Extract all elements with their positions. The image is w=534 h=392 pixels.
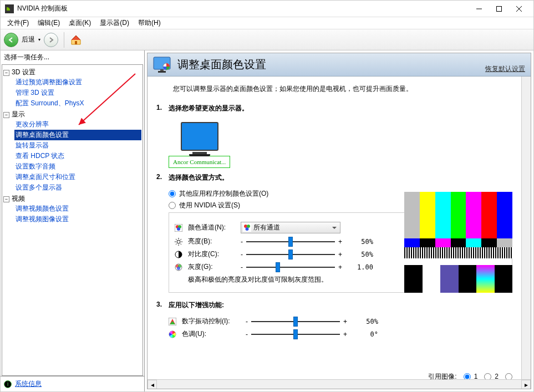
main-inner: 调整桌面颜色设置 恢复默认设置 您可以调整显示器的桌面颜色设置；如果您使用的是电… bbox=[147, 53, 531, 389]
gamma-label: 灰度(G): bbox=[188, 262, 235, 272]
sidebar-item-audio[interactable]: 设置数字音频 bbox=[14, 161, 141, 172]
vibrance-slider[interactable] bbox=[251, 321, 340, 322]
brightness-label: 亮度(B): bbox=[188, 237, 235, 246]
intro-text: 您可以调整显示器的桌面颜色设置；如果您使用的是电视机，也可提升画面质量。 bbox=[173, 84, 512, 94]
ref-radio-1[interactable] bbox=[464, 373, 471, 380]
hue-slider[interactable] bbox=[251, 334, 340, 335]
vibrance-icon bbox=[169, 318, 176, 325]
sec3-title: 应用以下增强功能: bbox=[169, 301, 224, 310]
main-panel: 调整桌面颜色设置 恢复默认设置 您可以调整显示器的桌面颜色设置；如果您使用的是电… bbox=[145, 50, 533, 391]
back-button[interactable] bbox=[4, 33, 18, 47]
svg-point-14 bbox=[177, 227, 180, 231]
sidebar: 选择一项任务... −3D 设置 通过预览调整图像设置 管理 3D 设置 配置 … bbox=[1, 50, 145, 391]
dropdown-icon[interactable]: ▾ bbox=[38, 37, 40, 42]
monitor-selection[interactable]: Ancor Communicat... bbox=[169, 156, 230, 168]
brightness-slider[interactable] bbox=[246, 241, 335, 242]
tree-group-3d[interactable]: 3D 设置 bbox=[12, 68, 35, 76]
page-title: 调整桌面颜色设置 bbox=[177, 57, 266, 72]
section-2-header: 2. 选择颜色设置方式。 bbox=[156, 173, 512, 182]
task-tree[interactable]: −3D 设置 通过预览调整图像设置 管理 3D 设置 配置 Surround、P… bbox=[2, 64, 143, 376]
svg-point-18 bbox=[246, 227, 249, 231]
system-info-link[interactable]: 系统信息 bbox=[15, 379, 42, 389]
color-preview-panel bbox=[404, 192, 512, 293]
channel-dropdown[interactable]: 所有通道 bbox=[241, 222, 340, 233]
horizontal-scrollbar[interactable]: ◂ ▸ bbox=[148, 379, 531, 389]
menubar: 文件(F) 编辑(E) 桌面(K) 显示器(D) 帮助(H) bbox=[1, 17, 533, 29]
section-3-header: 3. 应用以下增强功能: bbox=[156, 301, 512, 310]
close-button[interactable] bbox=[509, 1, 529, 17]
gamma-value: 1.00 bbox=[345, 263, 373, 271]
hue-icon bbox=[169, 330, 176, 338]
system-info-bar: i 系统信息 bbox=[1, 376, 144, 391]
content: 选择一项任务... −3D 设置 通过预览调整图像设置 管理 3D 设置 配置 … bbox=[1, 50, 533, 391]
sidebar-item-video-image[interactable]: 调整视频图像设置 bbox=[14, 214, 141, 225]
svg-rect-2 bbox=[497, 6, 502, 11]
section-1-header: 1. 选择您希望更改的显示器。 bbox=[156, 104, 512, 113]
svg-line-27 bbox=[181, 239, 182, 240]
contrast-value: 50% bbox=[345, 251, 373, 258]
tree-toggle-icon[interactable]: − bbox=[3, 70, 9, 76]
vibrance-label: 数字振动控制(I): bbox=[182, 317, 240, 326]
gamma-slider[interactable] bbox=[246, 267, 335, 268]
ref-label: 引用图像: bbox=[428, 372, 456, 380]
svg-rect-9 bbox=[158, 71, 166, 73]
page-header: 调整桌面颜色设置 恢复默认设置 bbox=[148, 53, 531, 77]
forward-button[interactable] bbox=[44, 33, 58, 47]
page-body: 您可以调整显示器的桌面颜色设置；如果您使用的是电视机，也可提升画面质量。 1. … bbox=[148, 77, 521, 379]
gamma-icon bbox=[175, 263, 182, 271]
sidebar-item-rotate[interactable]: 旋转显示器 bbox=[14, 140, 141, 151]
channel-dd-icon bbox=[243, 223, 251, 232]
nvidia-icon bbox=[5, 4, 14, 13]
tree-group-display[interactable]: 显示 bbox=[12, 110, 25, 118]
menu-edit[interactable]: 编辑(E) bbox=[33, 17, 64, 29]
monitor-icon bbox=[181, 122, 218, 151]
svg-point-32 bbox=[177, 267, 180, 270]
svg-rect-8 bbox=[160, 69, 164, 71]
sidebar-item-resolution[interactable]: 更改分辨率 bbox=[14, 119, 141, 130]
channel-icon bbox=[175, 224, 182, 232]
monitor-caption: Ancor Communicat... bbox=[173, 159, 226, 165]
window-title: NVIDIA 控制面板 bbox=[17, 4, 469, 13]
sidebar-item-video-color[interactable]: 调整视频颜色设置 bbox=[14, 203, 141, 214]
scroll-right-button[interactable]: ▸ bbox=[521, 380, 531, 389]
tree-toggle-icon[interactable]: − bbox=[3, 112, 9, 118]
menu-desktop[interactable]: 桌面(K) bbox=[64, 17, 95, 29]
menu-help[interactable]: 帮助(H) bbox=[134, 17, 165, 29]
radio-nvidia-label: 使用 NVIDIA 设置(S) bbox=[179, 201, 240, 210]
reference-image-row: 引用图像: 1 2 bbox=[428, 370, 512, 379]
svg-rect-5 bbox=[75, 41, 77, 44]
contrast-icon bbox=[175, 251, 182, 258]
tree-group-video[interactable]: 视频 bbox=[12, 195, 25, 202]
info-icon: i bbox=[4, 380, 12, 388]
svg-line-25 bbox=[181, 243, 182, 245]
sidebar-item-size-pos[interactable]: 调整桌面尺寸和位置 bbox=[14, 172, 141, 182]
radio-nvidia[interactable] bbox=[169, 202, 176, 209]
toolbar: 后退 ▾ bbox=[1, 29, 533, 50]
brightness-icon bbox=[175, 238, 182, 246]
sidebar-item-desktop-color[interactable]: 调整桌面颜色设置 bbox=[14, 130, 141, 140]
hue-label: 色调(U): bbox=[182, 329, 240, 339]
radio-other-apps[interactable] bbox=[169, 190, 176, 197]
sec1-num: 1. bbox=[156, 104, 169, 111]
restore-defaults-link[interactable]: 恢复默认设置 bbox=[485, 64, 525, 74]
tree-toggle-icon[interactable]: − bbox=[3, 196, 9, 202]
vertical-scrollbar[interactable] bbox=[521, 77, 531, 379]
sidebar-item-preview[interactable]: 通过预览调整图像设置 bbox=[14, 77, 141, 88]
home-icon[interactable] bbox=[70, 34, 82, 46]
sidebar-item-hdcp[interactable]: 查看 HDCP 状态 bbox=[14, 151, 141, 161]
ref-radio-2[interactable] bbox=[484, 373, 491, 380]
hue-value: 0° bbox=[350, 330, 378, 338]
sidebar-item-physx[interactable]: 配置 Surround、PhysX bbox=[14, 98, 141, 109]
titlebar: NVIDIA 控制面板 bbox=[1, 1, 533, 17]
menu-display[interactable]: 显示器(D) bbox=[95, 17, 134, 29]
brightness-value: 50% bbox=[345, 238, 373, 246]
svg-point-19 bbox=[177, 240, 180, 243]
contrast-slider[interactable] bbox=[246, 254, 335, 255]
ref-radio-3[interactable] bbox=[505, 373, 512, 380]
scroll-left-button[interactable]: ◂ bbox=[148, 380, 157, 389]
maximize-button[interactable] bbox=[489, 1, 509, 17]
sidebar-item-multi[interactable]: 设置多个显示器 bbox=[14, 182, 141, 193]
menu-file[interactable]: 文件(F) bbox=[3, 17, 33, 29]
minimize-button[interactable] bbox=[469, 1, 489, 17]
sidebar-item-manage3d[interactable]: 管理 3D 设置 bbox=[14, 88, 141, 98]
